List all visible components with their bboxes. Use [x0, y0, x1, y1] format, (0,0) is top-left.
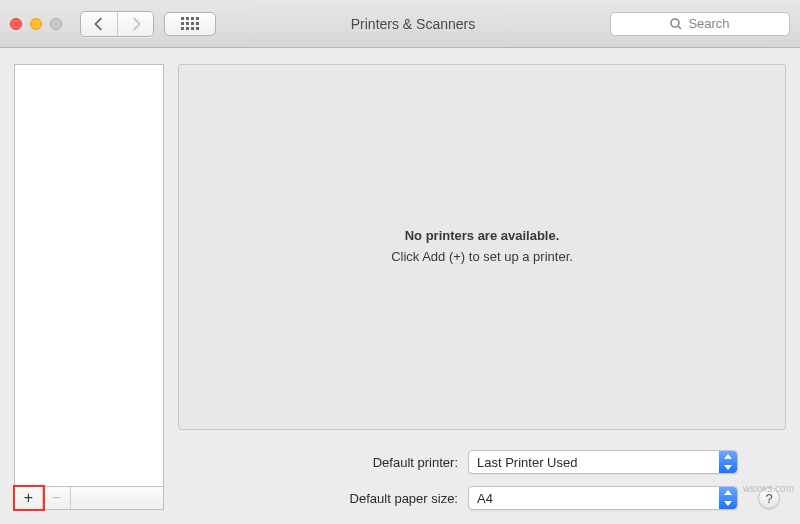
nav-back-forward [80, 11, 154, 37]
close-window-button[interactable] [10, 18, 22, 30]
empty-state-title: No printers are available. [405, 226, 560, 247]
minimize-window-button[interactable] [30, 18, 42, 30]
chevron-left-icon [92, 17, 106, 31]
svg-line-1 [678, 26, 681, 29]
svg-marker-5 [724, 501, 732, 506]
back-button[interactable] [81, 12, 117, 36]
remove-printer-button[interactable]: − [43, 487, 71, 509]
window-titlebar: Printers & Scanners Search [0, 0, 800, 48]
window-title: Printers & Scanners [226, 16, 600, 32]
printer-detail-pane: No printers are available. Click Add (+)… [178, 64, 786, 430]
chevron-right-icon [129, 17, 143, 31]
chevron-down-icon [724, 465, 732, 470]
add-printer-button[interactable]: + [15, 487, 43, 509]
list-controls-spacer [71, 487, 163, 509]
printer-list[interactable] [14, 64, 164, 486]
zoom-window-button[interactable] [50, 18, 62, 30]
select-stepper [719, 487, 737, 509]
default-printer-value: Last Printer Used [477, 455, 577, 470]
chevron-up-icon [724, 454, 732, 459]
default-paper-label: Default paper size: [178, 491, 458, 506]
grid-icon [181, 17, 199, 30]
detail-column: No printers are available. Click Add (+)… [178, 64, 786, 510]
show-all-button[interactable] [164, 12, 216, 36]
svg-marker-3 [724, 465, 732, 470]
chevron-down-icon [724, 501, 732, 506]
settings-form: Default printer: Last Printer Used Defau… [178, 450, 786, 510]
default-paper-select[interactable]: A4 [468, 486, 738, 510]
content-area: + − No printers are available. Click Add… [0, 48, 800, 524]
svg-marker-4 [724, 490, 732, 495]
printer-sidebar: + − [14, 64, 164, 510]
default-printer-row: Default printer: Last Printer Used [178, 450, 780, 474]
select-stepper [719, 451, 737, 473]
default-paper-row: Default paper size: A4 ? [178, 486, 780, 510]
svg-marker-2 [724, 454, 732, 459]
default-printer-label: Default printer: [178, 455, 458, 470]
default-paper-value: A4 [477, 491, 493, 506]
search-icon [670, 18, 682, 30]
printer-list-controls: + − [14, 486, 164, 510]
watermark: wsxws.com [743, 483, 794, 494]
default-printer-select[interactable]: Last Printer Used [468, 450, 738, 474]
search-field[interactable]: Search [610, 12, 790, 36]
forward-button[interactable] [117, 12, 153, 36]
chevron-up-icon [724, 490, 732, 495]
window-controls [10, 18, 62, 30]
empty-state-subtitle: Click Add (+) to set up a printer. [391, 247, 573, 268]
search-placeholder: Search [688, 16, 729, 31]
svg-point-0 [671, 19, 679, 27]
